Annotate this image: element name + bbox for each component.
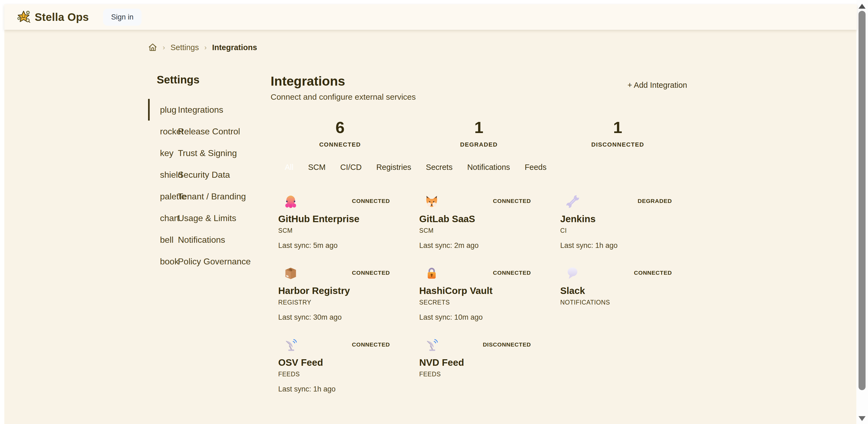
shield-icon: shield bbox=[160, 170, 178, 180]
settings-sidebar: Settings plug Integrations rocket Releas… bbox=[148, 74, 271, 272]
book-icon: book bbox=[160, 257, 178, 267]
palette-icon: palette bbox=[160, 192, 178, 202]
rocket-icon: rocket bbox=[160, 127, 178, 136]
status-badge: CONNECTED bbox=[493, 198, 531, 204]
bell-icon: bell bbox=[160, 235, 178, 245]
integration-type: REGISTRY bbox=[278, 299, 403, 306]
status-badge: CONNECTED bbox=[352, 198, 390, 204]
last-sync bbox=[419, 385, 544, 394]
integration-name: OSV Feed bbox=[278, 357, 403, 368]
sidebar-item-usage-limits[interactable]: chart Usage & Limits bbox=[148, 207, 271, 229]
app-frame: Stella Ops Sign in › Settings › Integrat… bbox=[4, 4, 857, 424]
card-slack[interactable]: CONNECTED Slack NOTIFICATIONS bbox=[560, 266, 685, 322]
wrench-icon bbox=[566, 195, 580, 208]
package-icon bbox=[284, 266, 298, 281]
topbar: Stella Ops Sign in bbox=[4, 4, 857, 30]
integration-cards: CONNECTED GitHub Enterprise SCM Last syn… bbox=[278, 195, 687, 394]
tab-registries[interactable]: Registries bbox=[376, 163, 411, 172]
tab-all[interactable]: All bbox=[285, 163, 293, 172]
last-sync: Last sync: 2m ago bbox=[419, 241, 544, 250]
lock-icon bbox=[425, 266, 439, 281]
sidebar-item-policy-governance[interactable]: book Policy Governance bbox=[148, 251, 271, 272]
last-sync bbox=[560, 313, 685, 322]
fox-icon bbox=[425, 195, 439, 208]
scrollbar[interactable] bbox=[856, 0, 868, 424]
card-harbor-registry[interactable]: CONNECTED Harbor Registry REGISTRY Last … bbox=[278, 266, 403, 322]
card-osv-feed[interactable]: CONNECTED OSV Feed FEEDS Last sync: 1h a… bbox=[278, 338, 403, 394]
speech-balloon-icon bbox=[566, 266, 580, 281]
tab-notifications[interactable]: Notifications bbox=[467, 163, 510, 172]
breadcrumb-integrations: Integrations bbox=[212, 43, 257, 52]
stat-connected: 6 CONNECTED bbox=[271, 118, 409, 148]
scrollbar-thumb[interactable] bbox=[859, 11, 866, 390]
stella-ops-logo-icon bbox=[16, 10, 31, 24]
status-badge: CONNECTED bbox=[634, 269, 672, 276]
sign-in-button[interactable]: Sign in bbox=[103, 9, 142, 26]
chevron-right-icon: › bbox=[204, 43, 207, 52]
app-root: Stella Ops Sign in › Settings › Integrat… bbox=[0, 0, 868, 424]
main-header: Integrations Connect and configure exter… bbox=[271, 74, 687, 102]
integration-name: NVD Feed bbox=[419, 357, 544, 368]
integration-type: FEEDS bbox=[278, 371, 403, 378]
card-hashicorp-vault[interactable]: CONNECTED HashiCorp Vault SECRETS Last s… bbox=[419, 266, 544, 322]
tab-feeds[interactable]: Feeds bbox=[525, 163, 547, 172]
status-summary: 6 CONNECTED 1 DEGRADED 1 DISCONNECTED bbox=[271, 118, 687, 148]
sidebar-item-notifications[interactable]: bell Notifications bbox=[148, 229, 271, 251]
chart-icon: chart bbox=[160, 213, 178, 223]
card-gitlab-saas[interactable]: CONNECTED GitLab SaaS SCM Last sync: 2m … bbox=[419, 195, 544, 250]
satellite-icon bbox=[425, 338, 439, 352]
scroll-up-arrow-icon[interactable] bbox=[859, 4, 866, 9]
page-title: Integrations bbox=[271, 74, 416, 89]
status-badge: DISCONNECTED bbox=[483, 341, 531, 348]
category-tabs: All SCM CI/CD Registries Secrets Notific… bbox=[285, 163, 687, 172]
integration-type: SCM bbox=[278, 227, 403, 234]
add-integration-button[interactable]: + Add Integration bbox=[627, 81, 687, 90]
integration-name: Slack bbox=[560, 285, 685, 296]
integration-type: SCM bbox=[419, 227, 544, 234]
card-jenkins[interactable]: DEGRADED Jenkins CI Last sync: 1h ago bbox=[560, 195, 685, 250]
tab-secrets[interactable]: Secrets bbox=[426, 163, 453, 172]
integration-name: GitHub Enterprise bbox=[278, 214, 403, 224]
integration-name: HashiCorp Vault bbox=[419, 285, 544, 296]
stat-disconnected: 1 DISCONNECTED bbox=[548, 118, 687, 148]
breadcrumb: › Settings › Integrations bbox=[148, 43, 857, 52]
sidebar-item-trust-signing[interactable]: key Trust & Signing bbox=[148, 142, 271, 164]
home-icon[interactable] bbox=[148, 43, 157, 52]
last-sync: Last sync: 1h ago bbox=[278, 385, 403, 394]
integrations-panel: Integrations Connect and configure exter… bbox=[271, 74, 687, 415]
status-badge: DEGRADED bbox=[638, 198, 672, 204]
tab-cicd[interactable]: CI/CD bbox=[340, 163, 362, 172]
status-badge: CONNECTED bbox=[352, 269, 390, 276]
sidebar-item-release-control[interactable]: rocket Release Control bbox=[148, 121, 271, 142]
stat-degraded: 1 DEGRADED bbox=[409, 118, 548, 148]
sidebar-item-security-data[interactable]: shield Security Data bbox=[148, 164, 271, 186]
sidebar-item-tenant-branding[interactable]: palette Tenant / Branding bbox=[148, 186, 271, 207]
key-icon: key bbox=[160, 148, 178, 158]
plug-icon: plug bbox=[160, 105, 178, 115]
last-sync: Last sync: 5m ago bbox=[278, 241, 403, 250]
status-badge: CONNECTED bbox=[493, 269, 531, 276]
integration-name: GitLab SaaS bbox=[419, 214, 544, 224]
brand-title: Stella Ops bbox=[35, 11, 89, 23]
integration-type: NOTIFICATIONS bbox=[560, 299, 685, 306]
integration-type: FEEDS bbox=[419, 371, 544, 378]
last-sync: Last sync: 1h ago bbox=[560, 241, 685, 250]
integration-type: SECRETS bbox=[419, 299, 544, 306]
integration-name: Harbor Registry bbox=[278, 285, 403, 296]
integration-type: CI bbox=[560, 227, 685, 234]
page-subtitle: Connect and configure external services bbox=[271, 92, 416, 102]
tab-scm[interactable]: SCM bbox=[308, 163, 326, 172]
sidebar-item-integrations[interactable]: plug Integrations bbox=[148, 99, 271, 121]
integration-name: Jenkins bbox=[560, 214, 685, 224]
chevron-right-icon: › bbox=[163, 43, 165, 52]
card-github-enterprise[interactable]: CONNECTED GitHub Enterprise SCM Last syn… bbox=[278, 195, 403, 250]
sidebar-title: Settings bbox=[157, 74, 271, 86]
breadcrumb-settings[interactable]: Settings bbox=[170, 43, 199, 52]
content-area: Settings plug Integrations rocket Releas… bbox=[148, 74, 684, 415]
status-badge: CONNECTED bbox=[352, 341, 390, 348]
scroll-down-arrow-icon[interactable] bbox=[859, 416, 866, 421]
satellite-icon bbox=[284, 338, 298, 352]
card-nvd-feed[interactable]: DISCONNECTED NVD Feed FEEDS bbox=[419, 338, 544, 394]
last-sync: Last sync: 30m ago bbox=[278, 313, 403, 322]
last-sync: Last sync: 10m ago bbox=[419, 313, 544, 322]
